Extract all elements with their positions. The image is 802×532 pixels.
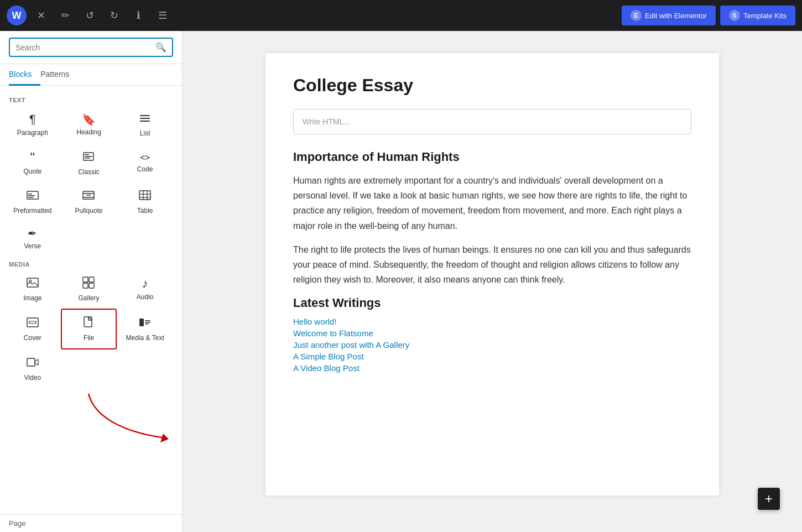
block-verse[interactable]: ✒ Verse xyxy=(4,221,61,257)
svg-rect-25 xyxy=(89,283,94,288)
svg-rect-14 xyxy=(86,195,91,196)
menu-button[interactable]: ☰ xyxy=(153,6,173,25)
blocks-content: TEXT ¶ Paragraph 🔖 Heading xyxy=(0,86,182,514)
svg-rect-31 xyxy=(145,322,150,323)
classic-label: Classic xyxy=(78,168,100,176)
search-icon: 🔍 xyxy=(155,42,166,53)
template-kits-button[interactable]: S Template Kits xyxy=(720,6,795,25)
svg-rect-8 xyxy=(28,194,32,195)
svg-rect-2 xyxy=(140,121,150,122)
section1-para2: The right to life protects the lives of … xyxy=(293,242,691,288)
section1-para1: Human rights are extremely important for… xyxy=(293,173,691,233)
audio-icon: ♪ xyxy=(142,278,148,290)
svg-rect-6 xyxy=(85,158,90,159)
add-block-button[interactable]: + xyxy=(758,488,780,510)
latest-writings-heading: Latest Writings xyxy=(293,296,691,310)
block-pullquote[interactable]: Pullquote xyxy=(61,182,117,221)
tab-patterns[interactable]: Patterns xyxy=(40,64,78,86)
block-list[interactable]: List xyxy=(117,106,173,144)
svg-rect-26 xyxy=(27,318,38,327)
table-label: Table xyxy=(137,207,153,215)
top-toolbar: W ✕ ✏ ↺ ↻ ℹ ☰ E Edit with Elementor S Te… xyxy=(0,0,802,31)
status-page-label: Page xyxy=(9,519,25,528)
svg-rect-23 xyxy=(89,277,94,282)
media-text-label: Media & Text xyxy=(126,334,164,342)
block-image[interactable]: Image xyxy=(4,270,61,309)
block-cover[interactable]: Cover xyxy=(4,309,61,350)
edit-elementor-button[interactable]: E Edit with Elementor xyxy=(622,6,716,25)
info-button[interactable]: ℹ xyxy=(128,6,148,25)
block-gallery[interactable]: Gallery xyxy=(61,270,117,309)
svg-rect-20 xyxy=(27,278,38,287)
block-media-text[interactable]: Media & Text xyxy=(117,309,173,350)
heading-icon: 🔖 xyxy=(82,114,96,125)
image-icon xyxy=(27,277,39,291)
verse-icon: ✒ xyxy=(28,228,37,239)
post-link-4[interactable]: A Video Blog Post xyxy=(293,363,691,373)
block-code[interactable]: <> Code xyxy=(117,144,173,182)
pullquote-icon xyxy=(82,189,95,204)
svg-rect-5 xyxy=(85,156,92,157)
svg-rect-28 xyxy=(84,317,92,327)
gallery-icon xyxy=(82,277,95,291)
post-link-3[interactable]: A Simple Blog Post xyxy=(293,352,691,361)
cover-label: Cover xyxy=(24,334,41,342)
svg-point-21 xyxy=(29,280,32,282)
svg-rect-12 xyxy=(83,193,94,194)
search-input[interactable] xyxy=(15,43,151,52)
block-preformatted[interactable]: Preformatted xyxy=(4,182,61,221)
text-section-label: TEXT xyxy=(0,92,178,106)
svg-rect-15 xyxy=(139,191,150,200)
svg-rect-32 xyxy=(145,324,149,325)
media-section-label: MEDIA xyxy=(0,257,178,270)
heading-label: Heading xyxy=(76,128,101,136)
status-bar: Page xyxy=(0,514,182,532)
block-file[interactable]: File xyxy=(61,309,117,350)
image-label: Image xyxy=(23,294,41,302)
svg-rect-30 xyxy=(145,320,150,321)
post-link-1[interactable]: Welcome to Flatsome xyxy=(293,328,691,338)
code-icon: <> xyxy=(140,154,150,162)
sidebar: 🔍 Blocks Patterns TEXT ¶ Paragraph 🔖 Hea xyxy=(0,31,183,532)
html-input-placeholder: Write HTML... xyxy=(293,109,691,134)
block-heading[interactable]: 🔖 Heading xyxy=(61,106,117,144)
redo-button[interactable]: ↻ xyxy=(104,6,124,25)
block-table[interactable]: Table xyxy=(117,182,173,221)
search-wrapper: 🔍 xyxy=(9,38,173,57)
audio-label: Audio xyxy=(137,293,154,301)
svg-rect-27 xyxy=(29,321,36,324)
search-container: 🔍 xyxy=(0,31,182,64)
media-blocks-grid: Image Gallery ♪ xyxy=(0,270,178,388)
block-audio[interactable]: ♪ Audio xyxy=(117,270,173,309)
block-paragraph[interactable]: ¶ Paragraph xyxy=(4,106,61,144)
paragraph-label: Paragraph xyxy=(17,129,48,137)
svg-rect-13 xyxy=(83,197,94,198)
tabs-row: Blocks Patterns xyxy=(0,64,182,86)
list-icon xyxy=(139,112,151,126)
page-content: College Essay Write HTML... Importance o… xyxy=(265,53,719,496)
svg-rect-10 xyxy=(28,197,33,198)
list-label: List xyxy=(140,129,150,137)
table-icon xyxy=(139,189,151,204)
svg-rect-1 xyxy=(140,118,150,119)
preformatted-icon xyxy=(27,189,39,204)
post-link-0[interactable]: Hello world! xyxy=(293,317,691,326)
undo-button[interactable]: ↺ xyxy=(80,6,100,25)
block-quote[interactable]: " Quote xyxy=(4,144,61,182)
code-label: Code xyxy=(137,165,153,173)
file-label: File xyxy=(84,334,94,342)
post-link-2[interactable]: Just another post with A Gallery xyxy=(293,340,691,350)
quote-icon: " xyxy=(30,151,35,164)
quote-label: Quote xyxy=(23,168,41,175)
wp-logo[interactable]: W xyxy=(7,6,27,25)
classic-icon xyxy=(82,150,95,165)
edit-pen-button[interactable]: ✏ xyxy=(55,6,75,25)
video-label: Video xyxy=(24,374,41,382)
close-button[interactable]: ✕ xyxy=(31,6,51,25)
tab-blocks[interactable]: Blocks xyxy=(9,64,40,86)
block-video[interactable]: Video xyxy=(4,350,61,388)
file-icon xyxy=(82,316,95,331)
block-classic[interactable]: Classic xyxy=(61,144,117,182)
paragraph-icon: ¶ xyxy=(29,113,36,126)
svg-rect-22 xyxy=(83,277,88,282)
